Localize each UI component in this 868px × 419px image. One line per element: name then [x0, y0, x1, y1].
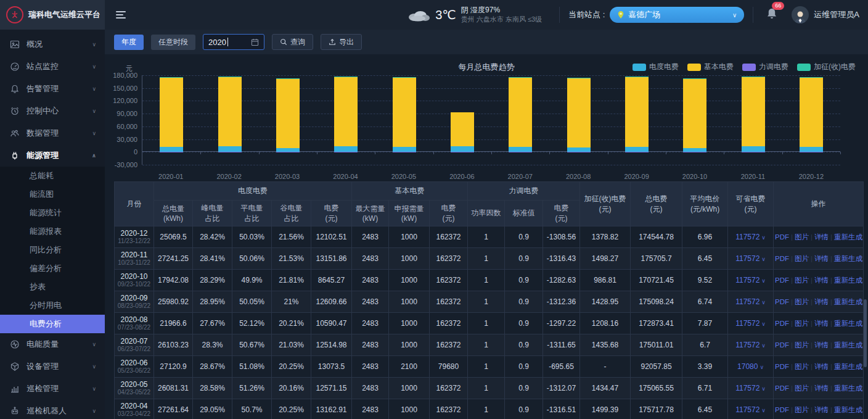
sidebar-item-巡检机器人[interactable]: 巡检机器人∨: [0, 400, 105, 419]
sidebar-subitem-总能耗[interactable]: 总能耗: [0, 167, 105, 185]
table-cell: 162372: [430, 313, 468, 334]
action-link-重新生成[interactable]: 重新生成: [834, 406, 862, 413]
device-icon: [10, 362, 20, 371]
sidebar-item-站点监控[interactable]: 站点监控∨: [0, 56, 105, 78]
sidebar-subitem-电费分析[interactable]: 电费分析: [0, 315, 105, 333]
tab-year[interactable]: 年度: [114, 35, 144, 50]
sidebar-subitem-偏差分析[interactable]: 偏差分析: [0, 259, 105, 278]
sidebar-item-设备管理[interactable]: 设备管理∨: [0, 355, 105, 378]
bar-2020-08[interactable]: [567, 78, 591, 152]
savable-fee-link[interactable]: 117572: [735, 341, 760, 349]
action-link-重新生成[interactable]: 重新生成: [834, 363, 862, 370]
bar-2020-01[interactable]: [160, 77, 183, 152]
group-power-factor-fee: 力调电费: [468, 182, 580, 201]
query-button[interactable]: 查询: [272, 34, 313, 50]
sidebar-subitem-分时用电[interactable]: 分时用电: [0, 296, 105, 315]
savable-fee-cell: 117572∨: [728, 378, 774, 399]
action-link-图片[interactable]: 图片: [795, 341, 809, 349]
action-link-详情[interactable]: 详情: [814, 406, 829, 413]
savable-fee-link[interactable]: 117572: [735, 297, 760, 306]
savable-fee-link[interactable]: 117572: [735, 319, 760, 328]
action-link-图片[interactable]: 图片: [795, 233, 809, 241]
sidebar-subitem-抄表[interactable]: 抄表: [0, 278, 105, 296]
savable-fee-link[interactable]: 117572: [735, 276, 760, 284]
sidebar-item-巡检管理[interactable]: 巡检管理∨: [0, 378, 105, 400]
action-link-PDF[interactable]: PDF: [775, 255, 789, 262]
sidebar-subitem-能流图[interactable]: 能流图: [0, 185, 105, 204]
menu-collapse-icon[interactable]: [116, 11, 126, 19]
action-link-重新生成[interactable]: 重新生成: [834, 320, 862, 327]
action-link-重新生成[interactable]: 重新生成: [834, 341, 862, 349]
y-axis-tick-label: 180,000: [113, 72, 137, 79]
legend-item-电度电费[interactable]: 电度电费: [633, 62, 679, 72]
action-link-详情[interactable]: 详情: [814, 363, 829, 370]
sidebar-item-控制中心[interactable]: 控制中心∨: [0, 100, 105, 122]
action-link-详情[interactable]: 详情: [814, 320, 829, 327]
export-button[interactable]: 导出: [321, 34, 362, 50]
robot-icon: [10, 406, 20, 416]
table-cell: -1282.63: [543, 270, 580, 291]
vertical-scrollbar[interactable]: [864, 299, 867, 367]
legend-item-加征(收)电费[interactable]: 加征(收)电费: [797, 62, 856, 72]
action-link-图片[interactable]: 图片: [795, 298, 809, 305]
bar-2020-06[interactable]: [451, 112, 474, 152]
sidebar-subitem-能源报表[interactable]: 能源报表: [0, 222, 105, 241]
action-link-详情[interactable]: 详情: [814, 384, 829, 392]
action-link-PDF[interactable]: PDF: [775, 320, 789, 327]
action-link-图片[interactable]: 图片: [795, 276, 809, 284]
action-link-PDF[interactable]: PDF: [775, 363, 789, 370]
sidebar-item-能源管理[interactable]: 能源管理∧: [0, 144, 105, 167]
savable-fee-link[interactable]: 117572: [735, 233, 760, 241]
year-input[interactable]: 2020: [203, 34, 264, 50]
sidebar-item-告警管理[interactable]: 告警管理∨: [0, 78, 105, 100]
action-link-详情[interactable]: 详情: [814, 255, 829, 262]
action-link-图片[interactable]: 图片: [795, 384, 809, 392]
action-link-重新生成[interactable]: 重新生成: [834, 384, 862, 392]
action-link-重新生成[interactable]: 重新生成: [834, 276, 862, 284]
action-link-详情[interactable]: 详情: [814, 233, 829, 241]
action-link-PDF[interactable]: PDF: [775, 233, 789, 241]
station-select[interactable]: 嘉德广场 ∨: [610, 7, 744, 23]
user-avatar[interactable]: [792, 6, 809, 23]
legend-item-力调电费[interactable]: 力调电费: [742, 62, 788, 72]
action-link-图片[interactable]: 图片: [795, 320, 809, 327]
sidebar-subitem-能源统计[interactable]: 能源统计: [0, 204, 105, 222]
action-link-重新生成[interactable]: 重新生成: [834, 298, 862, 305]
bar-2020-11[interactable]: [742, 77, 765, 152]
bar-2020-09[interactable]: [625, 77, 649, 152]
sidebar-item-数据管理[interactable]: 数据管理∨: [0, 122, 105, 144]
bar-2020-07[interactable]: [509, 77, 532, 152]
tab-any-period[interactable]: 任意时段: [151, 35, 195, 50]
action-link-PDF[interactable]: PDF: [775, 341, 789, 349]
bar-2020-04[interactable]: [334, 77, 358, 152]
action-link-重新生成[interactable]: 重新生成: [834, 233, 862, 241]
action-link-PDF[interactable]: PDF: [775, 384, 789, 392]
bar-2020-03[interactable]: [276, 78, 300, 152]
action-link-详情[interactable]: 详情: [814, 298, 829, 305]
savable-fee-link[interactable]: 117572: [735, 405, 760, 414]
action-link-详情[interactable]: 详情: [814, 276, 829, 284]
notifications-button[interactable]: 66: [766, 7, 778, 23]
bar-2020-02[interactable]: [218, 77, 242, 152]
action-link-图片[interactable]: 图片: [795, 363, 809, 370]
bar-2020-05[interactable]: [393, 77, 416, 152]
action-link-图片[interactable]: 图片: [795, 255, 809, 262]
legend-item-基本电费[interactable]: 基本电费: [687, 62, 734, 72]
action-link-PDF[interactable]: PDF: [775, 298, 789, 305]
bar-2020-10[interactable]: [683, 78, 706, 152]
bar-2020-12[interactable]: [800, 77, 823, 152]
action-separator: |: [830, 298, 832, 305]
sidebar-item-概况[interactable]: 概况∨: [0, 33, 105, 56]
action-link-详情[interactable]: 详情: [814, 341, 829, 349]
savable-fee-link[interactable]: 17080: [737, 362, 758, 371]
action-link-PDF[interactable]: PDF: [775, 276, 789, 284]
gridline: [142, 114, 840, 114]
sidebar-subitem-同比分析[interactable]: 同比分析: [0, 241, 105, 259]
action-link-PDF[interactable]: PDF: [775, 406, 789, 413]
sidebar-item-电能质量[interactable]: 电能质量∨: [0, 333, 105, 355]
month-value: 2020-07: [116, 337, 152, 346]
savable-fee-link[interactable]: 117572: [735, 384, 760, 392]
savable-fee-link[interactable]: 117572: [735, 254, 760, 263]
action-link-重新生成[interactable]: 重新生成: [834, 255, 862, 262]
action-link-图片[interactable]: 图片: [795, 406, 809, 413]
